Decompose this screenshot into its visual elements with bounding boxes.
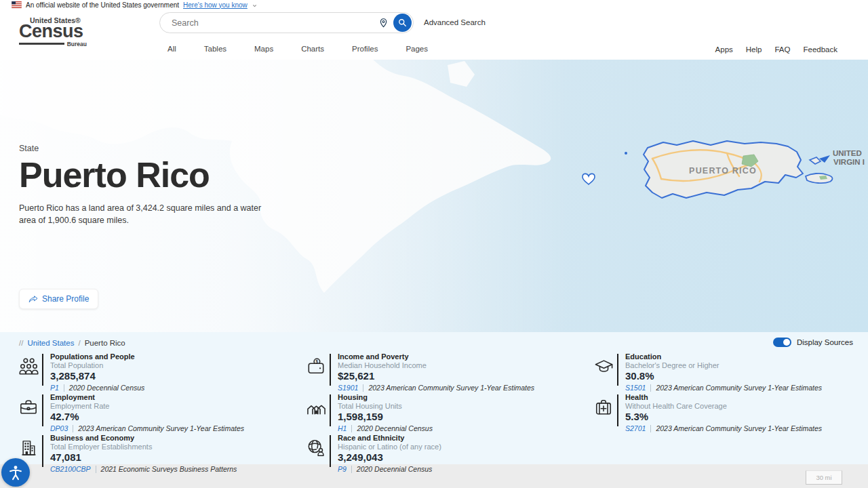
stat-value: 30.8% <box>625 370 822 382</box>
stat-housing: Housing Total Housing Units 1,598,159 H1… <box>302 392 590 432</box>
source-name: 2020 Decennial Census <box>357 424 433 432</box>
stat-category: Employment <box>50 393 244 401</box>
source-divider <box>363 384 363 392</box>
source-divider <box>351 425 352 432</box>
stats-grid: Populations and People Total Population … <box>15 351 861 473</box>
stat-race-ethnicity: Race and Ethnicity Hispanic or Latino (o… <box>302 432 590 473</box>
stat-rule <box>617 354 618 386</box>
breadcrumb-current: Puerto Rico <box>85 339 125 347</box>
source-code-link[interactable]: CB2100CBP <box>50 465 91 473</box>
source-name: 2020 Decennial Census <box>69 384 145 392</box>
logo-bar <box>19 43 64 45</box>
link-apps[interactable]: Apps <box>715 45 733 54</box>
stat-metric-label: Without Health Care Coverage <box>625 402 822 410</box>
breadcrumb-separator: / <box>78 339 80 347</box>
source-code-link[interactable]: P9 <box>338 465 347 473</box>
stat-category: Health <box>625 393 822 401</box>
stat-metric-label: Bachelor's Degree or Higher <box>625 361 822 369</box>
location-pin-icon[interactable] <box>376 16 391 30</box>
stat-value: $25,621 <box>338 370 534 382</box>
stat-rule <box>330 394 331 426</box>
stat-rule <box>330 435 331 467</box>
stat-rule <box>42 354 43 386</box>
source-code-link[interactable]: S1901 <box>338 384 358 392</box>
accessibility-button[interactable] <box>1 458 30 487</box>
tab-profiles[interactable]: Profiles <box>352 45 378 53</box>
stat-category: Race and Ethnicity <box>338 434 441 442</box>
gov-banner: An official website of the United States… <box>0 0 868 9</box>
geo-description: Puerto Rico has a land area of 3,424.2 s… <box>19 202 269 226</box>
stat-metric-label: Total Employer Establishments <box>50 443 237 451</box>
stat-value: 3,285,874 <box>50 370 144 382</box>
source-code-link[interactable]: S1501 <box>625 384 646 392</box>
stat-metric-label: Hispanic or Latino (of any race) <box>338 443 441 451</box>
people-icon <box>15 357 42 375</box>
source-divider <box>64 384 64 392</box>
header-links: Apps Help FAQ Feedback <box>715 45 837 54</box>
stat-employment: Employment Employment Rate 42.7% DP03202… <box>15 392 302 432</box>
search-input[interactable] <box>160 18 376 28</box>
stat-education: Education Bachelor's Degree or Higher 30… <box>590 351 861 392</box>
geo-type-label: State <box>19 144 304 153</box>
stat-value: 3,249,043 <box>338 451 441 463</box>
small-island <box>448 61 475 87</box>
source-divider <box>351 466 352 473</box>
accessibility-icon <box>7 464 24 481</box>
search-icon <box>397 18 408 28</box>
share-profile-button[interactable]: Share Profile <box>19 289 98 309</box>
graduation-cap-icon <box>590 357 617 375</box>
tab-all[interactable]: All <box>167 45 176 53</box>
tab-tables[interactable]: Tables <box>204 45 226 53</box>
census-logo[interactable]: United States® Census Bureau <box>19 16 87 47</box>
stat-category: Populations and People <box>50 352 144 361</box>
briefcase-icon <box>15 398 42 416</box>
source-divider <box>96 466 96 473</box>
source-code-link[interactable]: H1 <box>338 424 347 432</box>
banner-text: An official website of the United States… <box>26 1 179 9</box>
share-profile-label: Share Profile <box>42 294 89 304</box>
medical-kit-icon <box>590 398 617 416</box>
tab-maps[interactable]: Maps <box>254 45 273 53</box>
link-feedback[interactable]: Feedback <box>803 45 837 54</box>
link-help[interactable]: Help <box>746 45 762 54</box>
display-sources-control: Display Sources <box>773 338 853 347</box>
display-sources-toggle[interactable] <box>773 338 791 347</box>
stat-income: $ Income and Poverty Median Household In… <box>302 351 590 392</box>
source-code-link[interactable]: DP03 <box>50 424 68 432</box>
link-faq[interactable]: FAQ <box>774 45 790 54</box>
logo-census: Census <box>19 23 87 41</box>
source-name: 2021 Economic Surveys Business Patterns <box>101 465 237 473</box>
map-marker-dot <box>625 152 627 155</box>
tab-charts[interactable]: Charts <box>301 45 324 53</box>
advanced-search-link[interactable]: Advanced Search <box>424 18 486 26</box>
chevron-down-icon[interactable] <box>252 3 258 9</box>
source-name: 2023 American Community Survey 1-Year Es… <box>368 384 534 392</box>
mona-island <box>583 174 595 184</box>
building-icon <box>15 439 42 457</box>
source-code-link[interactable]: S2701 <box>625 424 646 432</box>
stat-populations: Populations and People Total Population … <box>15 351 302 392</box>
globe-people-icon <box>302 439 330 457</box>
stat-rule <box>42 435 43 467</box>
culebra-island <box>810 157 821 164</box>
breadcrumb-united-states[interactable]: United States <box>27 339 74 347</box>
stat-metric-label: Total Population <box>50 361 144 369</box>
stats-panel: // United States / Puerto Rico Display S… <box>0 332 868 464</box>
us-flag-icon <box>12 1 22 8</box>
source-code-link[interactable]: P1 <box>50 384 59 392</box>
banner-how-link[interactable]: Here's how you know <box>183 1 248 9</box>
stat-business: Business and Economy Total Employer Esta… <box>15 432 302 473</box>
search-button[interactable] <box>393 14 412 32</box>
tab-pages[interactable]: Pages <box>406 45 428 53</box>
usvi-label-line2: VIRGIN I <box>833 158 865 166</box>
source-name: 2023 American Community Survey 1-Year Es… <box>78 424 244 432</box>
page-title: Puerto Rico <box>19 157 304 194</box>
stat-value: 5.3% <box>625 411 822 422</box>
map-hero: UNITED VIRGIN I PUERTO RICO State Puerto… <box>0 60 868 332</box>
vieques-island <box>806 174 832 183</box>
stat-rule <box>617 394 618 426</box>
stat-value: 1,598,159 <box>338 411 433 422</box>
source-name: 2020 Decennial Census <box>357 465 433 473</box>
search-bar <box>159 12 414 33</box>
wallet-icon: $ <box>302 357 330 375</box>
